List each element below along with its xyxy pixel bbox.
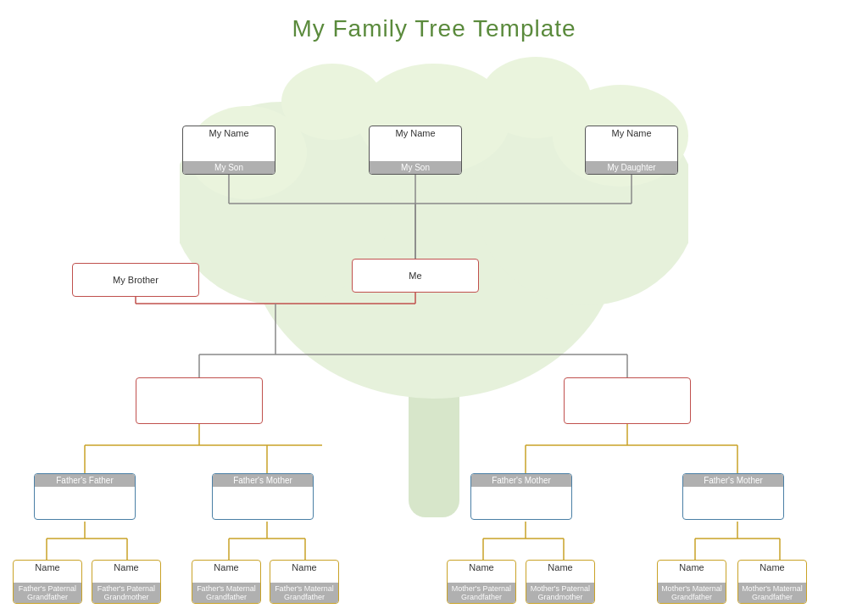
mf-label: Father's Mother — [471, 474, 571, 487]
leaf1-name: Name — [31, 561, 63, 574]
son2-name: My Name — [392, 126, 438, 140]
leaf5-box[interactable]: Name Mother's Paternal Grandfather — [447, 560, 516, 604]
mother-name — [624, 399, 631, 403]
leaf7-label: Mother's Maternal Grandfather — [658, 583, 726, 603]
family-tree: My Name My Son My Name My Son My Name My… — [0, 51, 868, 614]
daughter-box[interactable]: My Name My Daughter — [585, 126, 678, 175]
leaf8-label: Mother's Maternal Grandfather — [738, 583, 806, 603]
son2-box[interactable]: My Name My Son — [369, 126, 462, 175]
leaf3-name: Name — [210, 561, 242, 574]
me-box[interactable]: Me — [352, 259, 479, 293]
mf-box[interactable]: Father's Mother — [470, 473, 572, 520]
leaf1-label: Father's Paternal Grandfather — [14, 583, 81, 603]
ff-box[interactable]: Father's Father — [34, 473, 136, 520]
leaf7-name: Name — [676, 561, 707, 574]
son2-label: My Son — [370, 161, 461, 174]
leaf4-label: Father's Maternal Grandfather — [270, 583, 338, 603]
leaf6-box[interactable]: Name Mother's Paternal Grandmother — [526, 560, 595, 604]
leaf6-label: Mother's Paternal Grandmother — [526, 583, 594, 603]
leaf3-label: Father's Maternal Grandfather — [192, 583, 260, 603]
son1-box[interactable]: My Name My Son — [182, 126, 275, 175]
brother-label: My Brother — [109, 273, 162, 287]
son1-label: My Son — [183, 161, 275, 174]
mother-box[interactable] — [564, 377, 691, 424]
brother-box[interactable]: My Brother — [72, 263, 199, 297]
leaf5-name: Name — [465, 561, 497, 574]
page-title: My Family Tree Template — [0, 0, 868, 42]
leaf6-name: Name — [544, 561, 576, 574]
leaf2-box[interactable]: Name Father's Paternal Grandmother — [92, 560, 161, 604]
leaf2-label: Father's Paternal Grandmother — [92, 583, 160, 603]
leaf8-box[interactable]: Name Mother's Maternal Grandfather — [737, 560, 807, 604]
leaf1-box[interactable]: Name Father's Paternal Grandfather — [13, 560, 82, 604]
father-box[interactable] — [136, 377, 263, 424]
mm-label: Father's Mother — [683, 474, 783, 487]
me-label: Me — [405, 269, 425, 282]
leaf7-box[interactable]: Name Mother's Maternal Grandfather — [657, 560, 726, 604]
leaf3-box[interactable]: Name Father's Maternal Grandfather — [192, 560, 261, 604]
leaf4-name: Name — [288, 561, 320, 574]
leaf2-name: Name — [110, 561, 142, 574]
daughter-name: My Name — [608, 126, 654, 140]
leaf8-name: Name — [756, 561, 787, 574]
leaf5-label: Mother's Paternal Grandfather — [448, 583, 515, 603]
leaf4-box[interactable]: Name Father's Maternal Grandfather — [270, 560, 339, 604]
father-name — [196, 399, 203, 403]
fm-box[interactable]: Father's Mother — [212, 473, 314, 520]
mm-box[interactable]: Father's Mother — [682, 473, 784, 520]
son1-name: My Name — [205, 126, 252, 140]
ff-label: Father's Father — [35, 474, 135, 487]
daughter-label: My Daughter — [586, 161, 677, 174]
fm-label: Father's Mother — [213, 474, 313, 487]
